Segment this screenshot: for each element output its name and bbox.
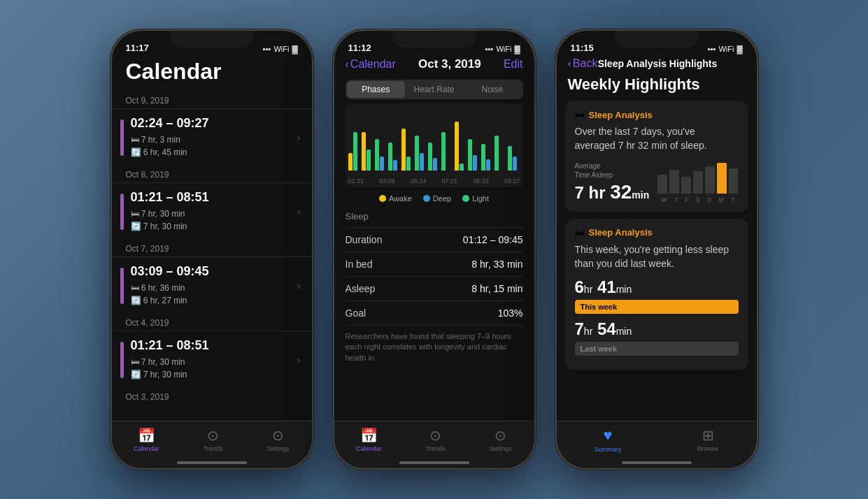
bar-w [657, 175, 667, 193]
tab-heart-rate[interactable]: Heart Rate [405, 81, 463, 98]
wifi-icon-3: WiFi [718, 45, 734, 53]
back-label-3: Back [573, 57, 598, 70]
chevron-icon-1: › [297, 132, 301, 143]
section-date-2: Oct 8, 2019 [112, 166, 312, 182]
avg-label: AverageTime Asleep [575, 161, 650, 180]
legend-label-awake: Awake [389, 194, 412, 203]
tab2-calendar[interactable]: 📅 Calendar [356, 427, 382, 452]
last-week-label: Last week [581, 345, 618, 353]
bar-group-4 [388, 143, 400, 171]
sleep-row-inbed: In bed 8 hr, 33 min [346, 252, 523, 277]
cal-item-2[interactable]: 01:21 – 08:51 🛏 7 hr, 30 min🔄 7 hr, 30 m… [112, 182, 312, 240]
notch-3 [615, 31, 699, 48]
tab-trends[interactable]: ⊙ Trends [204, 427, 223, 452]
home-indicator-3 [622, 461, 692, 464]
wl-f: F [685, 196, 689, 203]
settings-tab-icon: ⊙ [272, 427, 284, 444]
bar-group-2 [362, 132, 373, 171]
tab3-summary[interactable]: ♥ Summary [595, 426, 622, 453]
card2-text: This week, you're getting less sleep tha… [575, 243, 739, 271]
chevron-icon-4: › [297, 354, 301, 366]
avg-time: 7 hr 32min [575, 181, 650, 203]
screen-1: 11:17 ▪▪▪ WiFi ▓ Calendar Oct 9, 2019 02… [112, 31, 312, 468]
sleep-row-goal: Goal 103% [346, 301, 523, 326]
cal-bar-3 [120, 268, 124, 304]
this-week-label: This week [581, 303, 618, 311]
cal-item-3[interactable]: 03:09 – 09:45 🛏 6 hr, 36 min🔄 6 hr, 27 m… [112, 256, 312, 314]
legend-dot-light [462, 195, 469, 202]
bar-light-3 [375, 139, 379, 171]
cal-item-1[interactable]: 02:24 – 09:27 🛏 7 hr, 3 min🔄 6 hr, 45 mi… [112, 108, 312, 166]
back-button-2[interactable]: ‹ Calendar [346, 58, 396, 71]
nav-title-2: Oct 3, 2019 [418, 57, 481, 71]
tab2-cal-label: Calendar [356, 445, 382, 452]
back-label-2: Calendar [350, 58, 396, 71]
bar-awake-9 [455, 122, 459, 171]
bar-light-11 [481, 144, 485, 171]
cal-item-4[interactable]: 01:21 – 08:51 🛏 7 hr, 30 min🔄 7 hr, 30 m… [112, 331, 312, 388]
tab2-trends[interactable]: ⊙ Trends [426, 427, 446, 452]
bar-deep-10 [473, 155, 477, 171]
phone-3: 11:15 ▪▪▪ WiFi ▓ ‹ Back Sleep Analysis H… [555, 29, 758, 470]
cal-bar-2 [120, 194, 124, 230]
bar-deep-6 [420, 153, 424, 171]
bar-group-11 [481, 144, 493, 171]
bar-deep-4 [393, 160, 397, 171]
cal-content-3: 03:09 – 09:45 🛏 6 hr, 36 min🔄 6 hr, 27 m… [131, 264, 297, 307]
back-button-3[interactable]: ‹ Back [568, 57, 598, 70]
nav-title-3: Sleep Analysis Highlights [598, 58, 718, 69]
browse-tab-label: Browse [697, 445, 718, 452]
battery-icon-3: ▓ [737, 45, 742, 53]
cal-content-2: 01:21 – 08:51 🛏 7 hr, 30 min🔄 7 hr, 30 m… [131, 190, 297, 233]
summary-tab-icon: ♥ [604, 426, 613, 444]
card1-text: Over the last 7 days, you've averaged 7 … [575, 124, 739, 153]
asleep-label: Asleep [346, 283, 376, 294]
bar-light-5 [406, 157, 411, 171]
card1-time-display: AverageTime Asleep 7 hr 32min [575, 161, 650, 203]
bar-light-13 [508, 146, 512, 171]
card1-chart: W T F S S M T [657, 160, 738, 203]
legend-awake: Awake [379, 194, 412, 203]
tab-calendar[interactable]: 📅 Calendar [134, 427, 159, 452]
last-week-hr: 7 [575, 319, 584, 338]
bar-awake-1 [348, 153, 353, 171]
screen-2: 11:12 ▪▪▪ WiFi ▓ ‹ Calendar Oct 3, 2019 … [334, 31, 534, 468]
bar-deep-11 [486, 159, 490, 171]
section-date-4: Oct 4, 2019 [112, 314, 312, 331]
tab-trends-label: Trends [204, 445, 223, 452]
tab-phases[interactable]: Phases [347, 81, 405, 98]
edit-button-2[interactable]: Edit [504, 58, 523, 71]
card1-icon: 🛏 [575, 109, 585, 120]
wifi-icon-2: WiFi [496, 45, 511, 53]
x-label-5: 08:33 [473, 178, 489, 185]
bar-s2 [705, 166, 715, 193]
battery-icon: ▓ [292, 45, 297, 53]
wl-s2: S [707, 196, 711, 203]
wl-t: T [674, 196, 678, 203]
home-indicator-2 [399, 461, 469, 464]
nav-bar-3: ‹ Back Sleep Analysis Highlights [557, 56, 757, 74]
status-icons-1: ▪▪▪ WiFi ▓ [263, 45, 298, 53]
bar-deep-13 [513, 157, 517, 171]
highlight-card-2: 🛏 Sleep Analysis This week, you're getti… [565, 219, 748, 370]
tab-settings[interactable]: ⊙ Settings [266, 427, 290, 452]
wl-t2: T [731, 196, 735, 203]
tab-noise[interactable]: Noise [463, 81, 521, 98]
bar-light-12 [495, 136, 499, 171]
status-icons-3: ▪▪▪ WiFi ▓ [708, 45, 743, 53]
week-bars [657, 160, 738, 194]
inbed-value: 8 hr, 33 min [471, 259, 522, 270]
wl-w: W [661, 196, 667, 203]
status-icons-2: ▪▪▪ WiFi ▓ [485, 45, 520, 53]
cal-time-2: 01:21 – 08:51 [131, 190, 297, 205]
tab2-settings[interactable]: ⊙ Settings [489, 427, 512, 452]
calendar-title: Calendar [112, 56, 312, 92]
goal-value: 103% [498, 308, 523, 319]
bar-m [717, 163, 727, 193]
tab3-browse[interactable]: ⊞ Browse [697, 427, 718, 452]
bar-light-8 [441, 132, 446, 171]
goal-label: Goal [346, 308, 367, 319]
bar-awake-2 [362, 132, 366, 171]
bar-light-2 [367, 150, 371, 171]
chart-legend: Awake Deep Light [334, 191, 534, 207]
